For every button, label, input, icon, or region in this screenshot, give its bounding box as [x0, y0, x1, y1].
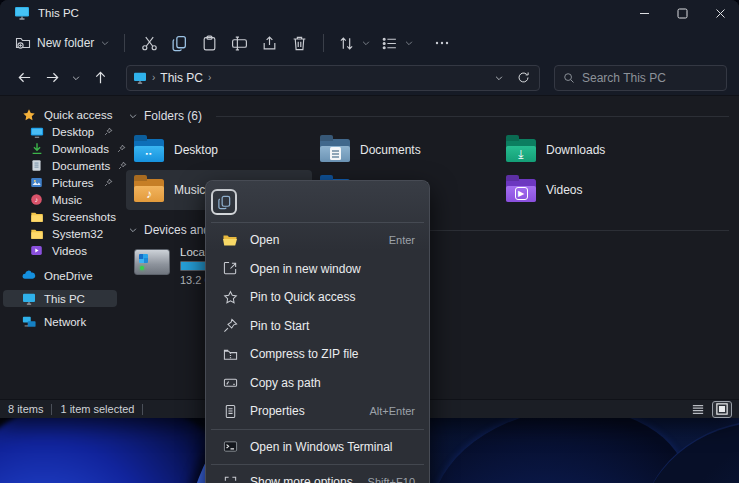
window-title: This PC [38, 7, 79, 19]
title-bar[interactable]: This PC [0, 0, 739, 26]
network-icon [21, 314, 36, 329]
see-more-button[interactable] [427, 29, 457, 57]
this-pc-monitor-icon [133, 72, 147, 84]
sidebar-item-screenshots[interactable]: Screenshots [3, 208, 117, 225]
folder-tile-videos[interactable]: ▶ Videos [498, 170, 684, 210]
view-button[interactable] [376, 29, 419, 57]
sidebar-item-onedrive[interactable]: OneDrive [3, 267, 117, 284]
sidebar-item-videos[interactable]: Videos [3, 242, 117, 259]
windows-logo-icon [139, 254, 148, 263]
sidebar-item-desktop[interactable]: Desktop [3, 123, 117, 140]
sidebar-item-documents[interactable]: Documents [3, 157, 117, 174]
onedrive-cloud-icon [21, 268, 36, 283]
folders-section-header[interactable]: Folders (6) [126, 106, 739, 126]
chevron-down-icon [361, 38, 371, 48]
menu-item-open-in-windows-terminal[interactable]: Open in Windows Terminal [210, 433, 425, 462]
sidebar-item-pictures[interactable]: Pictures [3, 174, 117, 191]
status-divider [51, 404, 52, 415]
music-icon: ♪ [29, 192, 44, 207]
chevron-down-icon [404, 38, 414, 48]
sidebar-item-this-pc[interactable]: This PC [3, 290, 117, 307]
toolbar-divider [124, 34, 125, 52]
navigation-pane: Quick access Desktop Downloads Documents [0, 96, 120, 399]
delete-button[interactable] [284, 29, 314, 57]
folder-tile-desktop[interactable]: ▪▪ Desktop [126, 130, 312, 170]
menu-item-pin-to-quick-access[interactable]: Pin to Quick access [210, 283, 425, 312]
section-divider [216, 116, 729, 117]
properties-icon [222, 403, 238, 419]
minimize-button[interactable] [625, 0, 663, 26]
address-bar-row: › This PC › [0, 60, 739, 96]
folder-tile-documents[interactable]: Documents [312, 130, 498, 170]
sidebar-item-music[interactable]: ♪ Music [3, 191, 117, 208]
menu-item-copy-as-path[interactable]: Copy as path [210, 369, 425, 398]
new-folder-button[interactable]: New folder [10, 29, 115, 57]
menu-item-properties[interactable]: Properties Alt+Enter [210, 397, 425, 426]
sidebar-item-quick-access[interactable]: Quick access [3, 106, 117, 123]
menu-item-compress-to-zip[interactable]: Compress to ZIP file [210, 340, 425, 369]
sidebar-item-network[interactable]: Network [3, 313, 117, 330]
sidebar-item-downloads[interactable]: Downloads [3, 140, 117, 157]
zip-folder-icon [222, 346, 238, 362]
chevron-down-icon [100, 38, 110, 48]
address-dropdown-chevron-icon[interactable] [490, 68, 508, 88]
star-outline-icon [222, 289, 238, 305]
menu-item-open-in-new-window[interactable]: Open in new window [210, 255, 425, 284]
forward-button[interactable] [40, 66, 64, 90]
recent-locations-chevron-icon[interactable] [68, 66, 84, 90]
downloads-icon [29, 141, 44, 156]
details-view-button[interactable] [689, 402, 707, 417]
paste-button[interactable] [194, 29, 224, 57]
music-folder-icon: ♪ [134, 179, 164, 202]
videos-folder-icon: ▶ [506, 179, 536, 202]
rename-button[interactable] [224, 29, 254, 57]
screen: This PC New folder [0, 0, 739, 483]
breadcrumb-chevron-icon: › [152, 72, 155, 83]
back-button[interactable] [12, 66, 36, 90]
up-button[interactable] [88, 66, 112, 90]
menu-separator [211, 222, 424, 223]
search-icon [563, 72, 575, 84]
search-box[interactable] [554, 65, 727, 91]
sort-button[interactable] [333, 29, 376, 57]
items-count: 8 items [8, 403, 43, 415]
breadcrumb-item[interactable]: This PC [160, 71, 203, 85]
context-menu-icon-bar [210, 185, 425, 219]
this-pc-monitor-icon [14, 6, 30, 20]
close-button[interactable] [701, 0, 739, 26]
maximize-button[interactable] [663, 0, 701, 26]
documents-folder-icon [320, 139, 350, 162]
menu-item-show-more-options[interactable]: Show more options Shift+F10 [210, 468, 425, 483]
breadcrumb-chevron-icon[interactable]: › [208, 72, 211, 83]
context-menu: Open Enter Open in new window Pin to Qui… [205, 180, 430, 483]
copy-icon[interactable] [211, 189, 237, 215]
menu-item-open[interactable]: Open Enter [210, 226, 425, 255]
copy-button[interactable] [164, 29, 194, 57]
copy-path-icon [222, 375, 238, 391]
show-more-icon [222, 474, 238, 483]
menu-item-pin-to-start[interactable]: Pin to Start [210, 312, 425, 341]
share-button[interactable] [254, 29, 284, 57]
videos-icon [29, 243, 44, 258]
menu-separator [211, 464, 424, 465]
downloads-folder-icon: ⤓ [506, 139, 536, 162]
sidebar-item-system32[interactable]: System32 [3, 225, 117, 242]
monitor-icon [21, 291, 36, 306]
chevron-collapse-icon [128, 225, 138, 235]
address-breadcrumb[interactable]: › This PC › [126, 65, 540, 91]
search-input[interactable] [582, 71, 718, 85]
drive-led-icon [140, 266, 144, 270]
menu-separator [211, 429, 424, 430]
svg-text:♪: ♪ [35, 196, 38, 203]
refresh-button[interactable] [513, 68, 533, 88]
new-folder-label: New folder [37, 36, 94, 50]
new-folder-icon [15, 35, 31, 51]
large-icons-view-button[interactable] [713, 402, 731, 417]
folder-icon [29, 209, 44, 224]
cut-button[interactable] [134, 29, 164, 57]
desktop-folder-icon: ▪▪ [134, 139, 164, 162]
folder-tile-downloads[interactable]: ⤓ Downloads [498, 130, 684, 170]
selection-count: 1 item selected [60, 403, 134, 415]
terminal-icon [222, 439, 238, 455]
pictures-icon [29, 175, 44, 190]
